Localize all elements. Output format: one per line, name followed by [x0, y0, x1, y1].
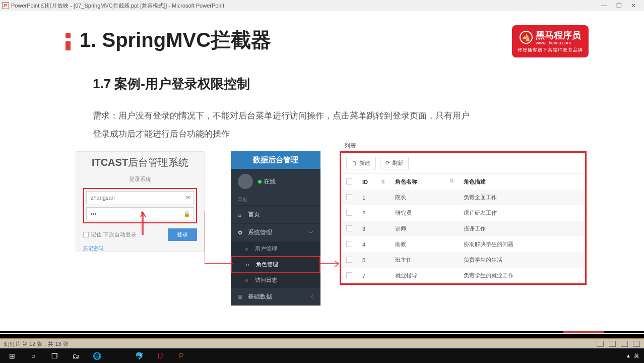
- cortana-button[interactable]: ○: [23, 349, 43, 363]
- sidebar-title: 数据后台管理: [231, 151, 320, 169]
- cell-desc: 负责学生的生活: [459, 252, 585, 268]
- role-table-panel: 列表 🗋新建 ⟳刷新 ID⇅ 角色名称⇅ 角色描述 1院长负责全面工作2研: [340, 151, 587, 285]
- login-header: ITCAST后台管理系统: [83, 155, 197, 172]
- minimize-button[interactable]: —: [601, 2, 607, 9]
- horse-icon: 🐴: [520, 31, 533, 44]
- row-checkbox[interactable]: [346, 257, 352, 263]
- windows-taskbar: ⊞ ○ ❐ 🗂 🌐 🐬 IJ P ▲ 英: [0, 348, 644, 363]
- close-button[interactable]: ✕: [631, 2, 636, 9]
- slide-subtitle: 1.7 案例-用户登录权限控制: [93, 75, 584, 93]
- cell-desc: 负责全面工作: [459, 190, 585, 205]
- view-slideshow-icon[interactable]: [633, 341, 640, 347]
- col-name[interactable]: 角色名称⇅: [390, 174, 458, 190]
- refresh-button[interactable]: ⟳刷新: [380, 157, 409, 169]
- table-row[interactable]: 2研究员课程研发工作: [341, 205, 585, 221]
- cell-name: 研究员: [390, 205, 458, 221]
- list-label: 列表: [344, 142, 356, 150]
- app-icon-1[interactable]: 🐬: [129, 349, 149, 363]
- chevron-left-icon: 〈: [308, 293, 313, 300]
- circle-icon: ○: [245, 277, 251, 283]
- remember-label: 记住 下次自动登录: [91, 231, 137, 238]
- cell-id: 5: [357, 252, 390, 268]
- refresh-icon: ⟳: [385, 160, 390, 166]
- window-titlebar: P PowerPoint 幻灯片放映 - [07_SpringMVC拦截器.pp…: [0, 0, 644, 11]
- requirement-text: 需求：用户没有登录的情况下，不能对后台菜单进行访问操作，点击菜单跳转到登录页面，…: [93, 107, 476, 143]
- sort-icon: ⇅: [381, 179, 385, 185]
- new-button[interactable]: 🗋新建: [346, 157, 376, 169]
- cell-name: 院长: [390, 190, 458, 205]
- task-view-button[interactable]: ❐: [44, 349, 65, 363]
- powerpoint-taskbar-icon[interactable]: P: [171, 349, 191, 363]
- slide-counter: 幻灯片 第 12 张，共 13 张: [4, 340, 69, 348]
- cell-id: 3: [357, 221, 390, 236]
- cell-id: 1: [357, 190, 390, 205]
- cell-desc: 授课工作: [459, 221, 585, 236]
- table-row[interactable]: 7就业指导负责学生的就业工作: [341, 268, 585, 283]
- chrome-icon[interactable]: [108, 349, 128, 363]
- row-checkbox[interactable]: [346, 210, 352, 216]
- avatar: [238, 174, 253, 189]
- cell-desc: 协助解决学生的问题: [459, 236, 585, 252]
- select-all-checkbox[interactable]: [346, 178, 352, 185]
- cell-id: 2: [357, 205, 390, 221]
- row-checkbox[interactable]: [346, 241, 352, 247]
- cell-name: 助教: [390, 236, 458, 252]
- powerpoint-icon: P: [2, 2, 9, 9]
- view-normal-icon[interactable]: [597, 341, 604, 347]
- row-checkbox[interactable]: [346, 194, 352, 200]
- flow-arrow-login-to-menu: [205, 211, 331, 267]
- cell-desc: 课程研发工作: [459, 205, 585, 221]
- table-row[interactable]: 4助教协助解决学生的问题: [341, 236, 585, 252]
- table-row[interactable]: 3讲师授课工作: [341, 221, 585, 236]
- cell-name: 就业指导: [390, 268, 458, 283]
- col-desc[interactable]: 角色描述: [459, 174, 585, 190]
- login-subtitle: 登录系统: [83, 175, 197, 183]
- ime-indicator[interactable]: 英: [634, 352, 639, 359]
- user-status: 在线: [231, 169, 320, 194]
- row-checkbox[interactable]: [346, 225, 352, 231]
- view-reading-icon[interactable]: [621, 341, 628, 347]
- table-row[interactable]: 1院长负责全面工作: [341, 190, 585, 205]
- tray-expand-icon[interactable]: ▲: [626, 353, 631, 358]
- intellij-icon[interactable]: IJ: [150, 349, 170, 363]
- table-row[interactable]: 5班主任负责学生的生活: [341, 252, 585, 268]
- slideshow-area[interactable]: 1. SpringMVC拦截器 🐴 黑马程序员 www.itheima.com …: [0, 11, 644, 334]
- sidebar-subitem-log[interactable]: ○访问日志: [231, 273, 320, 287]
- col-id[interactable]: ID⇅: [357, 174, 390, 190]
- window-title: PowerPoint 幻灯片放映 - [07_SpringMVC拦截器.ppt …: [11, 2, 224, 10]
- online-dot-icon: [258, 180, 262, 184]
- slide-content: 1. SpringMVC拦截器 🐴 黑马程序员 www.itheima.com …: [0, 11, 644, 334]
- status-bar: 幻灯片 第 12 张，共 13 张: [0, 338, 644, 348]
- file-icon: 🗋: [352, 160, 357, 166]
- table-header-row: ID⇅ 角色名称⇅ 角色描述: [341, 174, 585, 190]
- flow-arrow-to-table: [320, 259, 343, 269]
- cell-desc: 负责学生的就业工作: [459, 268, 585, 283]
- maximize-button[interactable]: ❐: [616, 2, 622, 9]
- start-button[interactable]: ⊞: [2, 349, 22, 363]
- brand-logo: 🐴 黑马程序员 www.itheima.com 传智播客旗下高端IT教育品牌: [512, 25, 589, 57]
- title-decoration: [66, 33, 71, 50]
- sort-icon: ⇅: [449, 178, 454, 184]
- brand-name: 黑马程序员: [536, 29, 581, 41]
- remember-checkbox[interactable]: [83, 232, 89, 237]
- row-checkbox[interactable]: [346, 272, 352, 278]
- cell-id: 7: [357, 268, 390, 283]
- file-explorer-icon[interactable]: 🗂: [66, 349, 86, 363]
- database-icon: ≣: [238, 293, 244, 300]
- cell-name: 班主任: [390, 252, 458, 268]
- slide-heading: 1. SpringMVC拦截器: [80, 26, 271, 54]
- cell-name: 讲师: [390, 221, 458, 236]
- sidebar-item-base[interactable]: ≣基础数据〈: [231, 287, 320, 306]
- view-sorter-icon[interactable]: [609, 341, 616, 347]
- edge-icon[interactable]: 🌐: [87, 349, 107, 363]
- cell-id: 4: [357, 236, 390, 252]
- slide-progress: [0, 331, 644, 333]
- brand-slogan: 传智播客旗下高端IT教育品牌: [518, 47, 583, 53]
